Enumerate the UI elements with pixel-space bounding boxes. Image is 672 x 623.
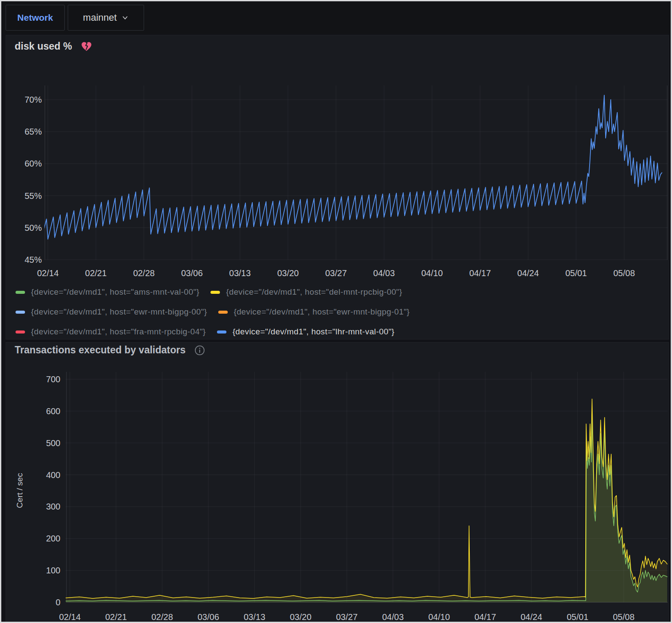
legend-label: {device="/dev/md1", host="lhr-mnt-val-00… xyxy=(232,327,394,337)
variable-value-dropdown[interactable]: mainnet xyxy=(68,5,144,31)
y-tick-label: 600 xyxy=(46,406,60,416)
x-tick-label: 02/21 xyxy=(105,612,127,622)
x-tick-label: 04/03 xyxy=(373,268,395,278)
legend-label: {device="/dev/md1", host="ams-mnt-val-00… xyxy=(31,287,199,297)
legend-item[interactable]: {device="/dev/md1", host="fra-mnt-rpcbig… xyxy=(16,327,206,337)
y-tick-label: 500 xyxy=(46,438,60,448)
dashboard: Network mainnet disk used % 45%50%55%60%… xyxy=(0,0,672,623)
x-tick-label: 03/27 xyxy=(325,268,347,278)
legend-row: {device="/dev/md1", host="fra-mnt-rpcbig… xyxy=(16,322,410,342)
variable-toolbar: Network mainnet xyxy=(1,1,671,34)
legend-item[interactable]: {device="/dev/md1", host="ewr-mnt-bigpg-… xyxy=(16,307,207,317)
x-tick-label: 03/06 xyxy=(198,612,219,622)
legend-item[interactable]: {device="/dev/md1", host="ams-mnt-val-00… xyxy=(16,287,199,297)
series-line-green xyxy=(66,414,667,601)
broken-heart-icon xyxy=(81,41,92,52)
legend-label: {device="/dev/md1", host="del-mnt-rpcbig… xyxy=(226,287,402,297)
panel-transactions: Transactions executed by validators 0100… xyxy=(6,342,669,623)
x-tick-label: 03/27 xyxy=(336,612,358,622)
legend-item[interactable]: {device="/dev/md1", host="del-mnt-rpcbig… xyxy=(210,287,402,297)
x-tick-label: 02/21 xyxy=(85,268,107,278)
legend-label: {device="/dev/md1", host="ewr-mnt-bigpg-… xyxy=(234,307,410,317)
y-tick-label: 65% xyxy=(25,127,42,136)
variable-label-text: Network xyxy=(17,13,53,23)
y-tick-label: 45% xyxy=(25,255,42,264)
series-line-devicedevmd1hostlhr-mnt- xyxy=(41,95,662,241)
series-area-yellow xyxy=(66,399,667,602)
y-tick-label: 100 xyxy=(46,566,60,575)
x-tick-label: 05/08 xyxy=(613,612,634,622)
legend-swatch-icon xyxy=(16,291,25,294)
y-tick-label: 70% xyxy=(25,95,42,104)
legend-swatch-icon xyxy=(16,330,25,334)
chevron-down-icon xyxy=(121,14,129,22)
info-icon[interactable] xyxy=(194,345,205,356)
y-tick-label: 300 xyxy=(46,502,60,511)
x-tick-label: 02/28 xyxy=(151,612,173,622)
legend-swatch-icon xyxy=(218,311,228,314)
legend-swatch-icon xyxy=(217,330,226,334)
x-tick-label: 04/17 xyxy=(469,268,491,278)
x-tick-label: 04/10 xyxy=(421,268,443,278)
legend-swatch-icon xyxy=(210,291,220,294)
y-tick-label: 0 xyxy=(56,598,60,607)
y-tick-label: 400 xyxy=(46,470,60,480)
series-line-yellow xyxy=(66,399,667,598)
x-tick-label: 04/17 xyxy=(474,612,496,622)
x-tick-label: 04/24 xyxy=(517,268,539,278)
legend-swatch-icon xyxy=(16,311,25,314)
legend-label: {device="/dev/md1", host="ewr-mnt-bigpg-… xyxy=(31,307,207,317)
panel-title[interactable]: Transactions executed by validators xyxy=(15,344,185,356)
y-tick-label: 200 xyxy=(46,534,60,543)
time-series-canvas-transactions[interactable]: 010020030040050060070002/1402/2102/2803/… xyxy=(6,343,669,623)
legend-row: {device="/dev/md1", host="ewr-mnt-bigpg-… xyxy=(16,302,410,322)
x-tick-label: 02/14 xyxy=(59,612,81,622)
series-area-green xyxy=(66,414,667,602)
legend-row: {device="/dev/md1", host="ams-mnt-val-00… xyxy=(16,282,410,302)
x-tick-label: 02/14 xyxy=(37,268,59,278)
x-tick-label: 02/28 xyxy=(133,268,155,278)
y-tick-label: 60% xyxy=(25,159,42,168)
x-tick-label: 04/10 xyxy=(428,612,450,622)
x-tick-label: 03/13 xyxy=(244,612,265,622)
x-tick-label: 05/01 xyxy=(567,612,588,622)
x-tick-label: 03/20 xyxy=(290,612,311,622)
y-tick-label: 55% xyxy=(25,191,42,201)
legend: {device="/dev/md1", host="ams-mnt-val-00… xyxy=(16,282,410,342)
legend-item[interactable]: {device="/dev/md1", host="lhr-mnt-val-00… xyxy=(217,327,394,337)
x-tick-label: 03/13 xyxy=(229,268,251,278)
y-tick-label: 700 xyxy=(46,374,60,384)
variable-label: Network xyxy=(6,5,65,31)
x-tick-label: 03/06 xyxy=(181,268,203,278)
x-tick-label: 05/08 xyxy=(613,268,635,278)
x-tick-label: 05/01 xyxy=(565,268,587,278)
panel-title[interactable]: disk used % xyxy=(15,41,72,52)
x-tick-label: 04/24 xyxy=(521,612,542,622)
panel-disk-used: disk used % 45%50%55%60%65%70%02/1402/21… xyxy=(6,35,669,340)
x-tick-label: 03/20 xyxy=(277,268,299,278)
legend-item[interactable]: {device="/dev/md1", host="ewr-mnt-bigpg-… xyxy=(218,307,410,317)
legend-label: {device="/dev/md1", host="fra-mnt-rpcbig… xyxy=(31,327,206,337)
y-axis-title: Cert / sec xyxy=(15,473,24,508)
variable-value-text: mainnet xyxy=(83,12,116,23)
y-tick-label: 50% xyxy=(25,223,42,233)
x-tick-label: 04/03 xyxy=(382,612,404,622)
